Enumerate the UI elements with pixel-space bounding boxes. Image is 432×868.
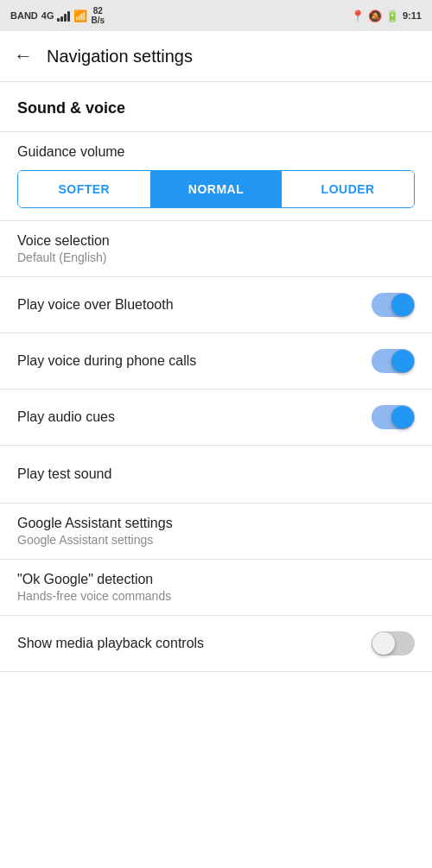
phone-calls-voice-thumb	[391, 350, 414, 372]
ok-google-subtitle: Hands-free voice commands	[17, 589, 415, 603]
battery-percent: 82	[93, 6, 103, 16]
signal-bar-3	[64, 14, 67, 22]
battery-icon: 🔋	[385, 10, 399, 22]
google-assistant-row[interactable]: Google Assistant settings Google Assista…	[0, 504, 432, 559]
settings-content: Sound & voice Guidance volume SOFTER NOR…	[0, 82, 432, 672]
bluetooth-voice-toggle[interactable]	[372, 293, 415, 317]
wifi-icon: 📶	[73, 10, 87, 22]
status-bar: BAND 4G 📶 82 B/s 📍 🔕 🔋 9:11	[0, 0, 432, 31]
volume-toggle-group: SOFTER NORMAL LOUDER	[17, 170, 415, 208]
volume-louder-button[interactable]: LOUDER	[282, 171, 414, 207]
play-test-sound-label: Play test sound	[17, 466, 111, 481]
audio-cues-row: Play audio cues	[0, 390, 432, 445]
media-playback-label: Show media playback controls	[17, 636, 204, 651]
back-button[interactable]: ←	[14, 45, 33, 67]
status-left: BAND 4G 📶 82 B/s	[10, 6, 105, 25]
audio-cues-thumb	[391, 406, 414, 428]
phone-calls-voice-row: Play voice during phone calls	[0, 333, 432, 389]
time-display: 9:11	[403, 10, 422, 21]
guidance-volume-section: Guidance volume SOFTER NORMAL LOUDER	[0, 132, 432, 220]
speed-units: B/s	[91, 16, 105, 25]
google-assistant-subtitle: Google Assistant settings	[17, 533, 415, 547]
carrier-text: BAND	[10, 10, 38, 21]
signal-bar-4	[67, 11, 70, 22]
signal-text: 4G	[41, 10, 54, 21]
volume-softer-button[interactable]: SOFTER	[18, 171, 150, 207]
audio-cues-label: Play audio cues	[17, 409, 115, 425]
signal-bar-1	[57, 18, 60, 22]
location-icon: 📍	[351, 10, 365, 22]
play-test-sound-row[interactable]: Play test sound	[0, 446, 432, 503]
mute-icon: 🔕	[368, 10, 382, 22]
voice-selection-subtitle: Default (English)	[17, 250, 415, 264]
section-sound-voice-title: Sound & voice	[0, 82, 432, 131]
page-title: Navigation settings	[47, 47, 193, 67]
bluetooth-voice-label: Play voice over Bluetooth	[17, 297, 174, 313]
media-playback-thumb	[372, 632, 395, 655]
volume-normal-button[interactable]: NORMAL	[150, 171, 283, 207]
media-playback-toggle[interactable]	[372, 631, 415, 656]
voice-selection-title: Voice selection	[17, 233, 415, 249]
audio-cues-toggle[interactable]	[372, 405, 415, 429]
navigation-header: ← Navigation settings	[0, 31, 432, 82]
phone-calls-voice-label: Play voice during phone calls	[17, 353, 196, 369]
bluetooth-voice-row: Play voice over Bluetooth	[0, 277, 432, 333]
ok-google-row[interactable]: "Ok Google" detection Hands-free voice c…	[0, 560, 432, 615]
phone-calls-voice-toggle[interactable]	[372, 349, 415, 373]
divider-10	[0, 671, 432, 672]
status-right: 📍 🔕 🔋 9:11	[351, 10, 422, 22]
media-playback-row: Show media playback controls	[0, 616, 432, 671]
signal-bars	[57, 10, 70, 22]
google-assistant-title: Google Assistant settings	[17, 516, 415, 531]
signal-bar-2	[60, 16, 63, 22]
bluetooth-voice-thumb	[391, 294, 414, 316]
guidance-volume-label: Guidance volume	[17, 144, 415, 160]
voice-selection-row[interactable]: Voice selection Default (English)	[0, 221, 432, 276]
ok-google-title: "Ok Google" detection	[17, 572, 415, 587]
